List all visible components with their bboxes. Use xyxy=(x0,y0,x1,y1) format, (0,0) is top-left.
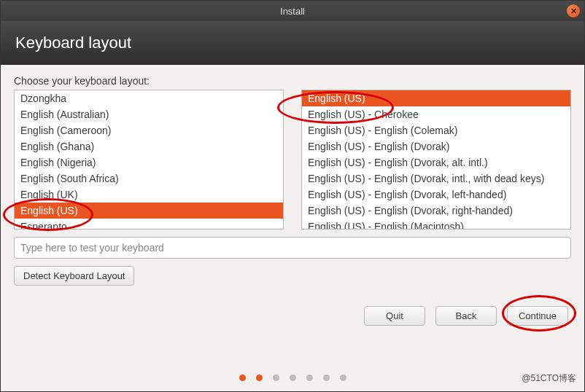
keyboard-test-input[interactable] xyxy=(14,237,571,259)
language-item[interactable]: English (Cameroon) xyxy=(15,122,283,138)
language-item[interactable]: Esperanto xyxy=(15,219,283,230)
variant-item[interactable]: English (US) - English (Dvorak, intl., w… xyxy=(302,170,570,187)
progress-dot xyxy=(239,375,246,381)
body: Choose your keyboard layout: DzongkhaEng… xyxy=(1,65,584,391)
language-item[interactable]: English (South Africa) xyxy=(15,170,283,187)
watermark-text: @51CTO博客 xyxy=(522,372,576,385)
progress-dot xyxy=(323,375,330,381)
choose-layout-prompt: Choose your keyboard layout: xyxy=(14,75,571,87)
layout-lists: DzongkhaEnglish (Australian)English (Cam… xyxy=(14,90,571,230)
language-item[interactable]: English (Nigeria) xyxy=(15,154,283,170)
progress-dots xyxy=(14,361,571,391)
titlebar: Install ✕ xyxy=(1,1,584,21)
variant-item[interactable]: English (US) - English (Colemak) xyxy=(302,122,570,138)
language-item[interactable]: Dzongkha xyxy=(15,90,283,106)
progress-dot xyxy=(306,375,313,381)
variant-item[interactable]: English (US) - English (Dvorak) xyxy=(302,138,570,154)
language-listbox[interactable]: DzongkhaEnglish (Australian)English (Cam… xyxy=(14,90,284,230)
variant-item[interactable]: English (US) - English (Dvorak, alt. int… xyxy=(302,154,570,170)
variant-item[interactable]: English (US) - English (Macintosh) xyxy=(302,219,570,230)
variant-item[interactable]: English (US) - English (Dvorak, right-ha… xyxy=(302,203,570,219)
language-item[interactable]: English (Ghana) xyxy=(15,138,283,154)
detect-keyboard-button[interactable]: Detect Keyboard Layout xyxy=(14,266,134,286)
back-button[interactable]: Back xyxy=(435,306,497,326)
progress-dot xyxy=(340,375,346,381)
variant-item[interactable]: English (US) xyxy=(302,90,570,106)
nav-buttons: Quit Back Continue xyxy=(14,306,571,326)
installer-window: Install ✕ Keyboard layout Choose your ke… xyxy=(0,0,585,392)
progress-dot xyxy=(273,375,279,381)
language-item[interactable]: English (US) xyxy=(15,203,283,219)
progress-dot xyxy=(290,375,296,381)
page-title: Keyboard layout xyxy=(15,34,131,52)
progress-dot xyxy=(256,375,263,381)
variant-listbox[interactable]: English (US)English (US) - CherokeeEngli… xyxy=(301,90,571,230)
close-button[interactable]: ✕ xyxy=(567,4,580,17)
language-item[interactable]: English (Australian) xyxy=(15,106,283,122)
variant-item[interactable]: English (US) - Cherokee xyxy=(302,106,570,122)
window-title: Install xyxy=(1,6,584,17)
continue-button[interactable]: Continue xyxy=(507,306,568,326)
variant-item[interactable]: English (US) - English (Dvorak, left-han… xyxy=(302,187,570,203)
quit-button[interactable]: Quit xyxy=(364,306,425,326)
close-icon: ✕ xyxy=(570,7,577,15)
page-header: Keyboard layout xyxy=(1,21,584,65)
language-item[interactable]: English (UK) xyxy=(15,187,283,203)
